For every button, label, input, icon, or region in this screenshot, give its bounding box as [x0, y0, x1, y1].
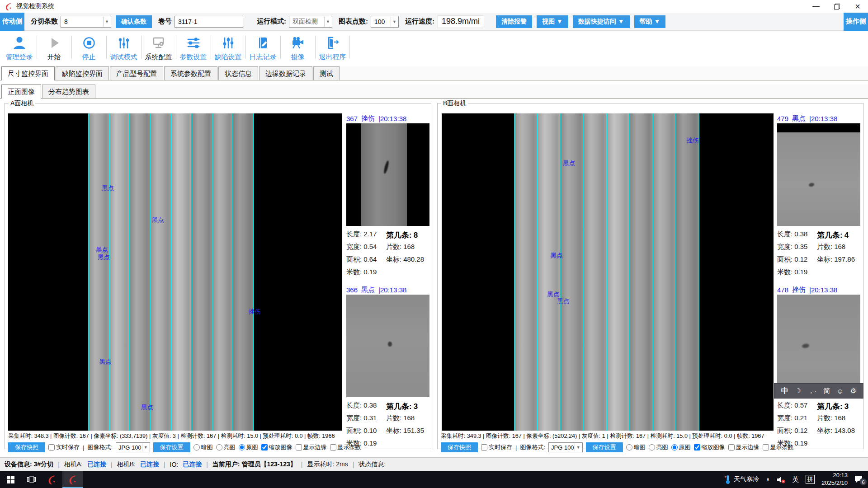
defect-time: |20:13:38: [378, 286, 406, 294]
weather-label: 天气寒冷: [734, 475, 759, 483]
save-snapshot-button[interactable]: 保存快照: [441, 442, 478, 452]
system-config-button[interactable]: 系统配置: [141, 31, 176, 64]
weather-widget[interactable]: 天气寒冷: [724, 474, 759, 484]
tab-status-info[interactable]: 状态信息: [218, 66, 258, 80]
bright-image-radio-input[interactable]: [216, 444, 222, 450]
defect-card[interactable]: 479 黑点 |20:13:38 长度:0.38 第几条:4 宽度:0.35 片…: [777, 113, 860, 278]
tray-expand-chevron[interactable]: ∧: [766, 476, 770, 483]
thumb-defect-mark: [808, 182, 815, 187]
save-settings-button[interactable]: 保存设置: [586, 442, 623, 452]
bright-image-radio-input[interactable]: [649, 444, 655, 450]
zoom-image-checkbox[interactable]: 缩放图像: [694, 443, 725, 451]
realtime-save-checkbox-input[interactable]: [481, 444, 487, 450]
subtab-front-image[interactable]: 正面图像: [1, 84, 41, 99]
notification-center-button[interactable]: 6: [854, 475, 863, 483]
image-format-label: 图像格式:: [520, 443, 545, 451]
original-image-radio-input[interactable]: [239, 444, 245, 450]
defect-settings-button[interactable]: 缺陷设置: [211, 31, 245, 64]
run-mode-select[interactable]: 双面检测 ▼: [289, 16, 332, 28]
tab-size-monitor[interactable]: 尺寸监控界面: [1, 66, 55, 80]
tab-edge-data-record[interactable]: 边缘数据记录: [259, 66, 312, 80]
defect-card[interactable]: 367 挫伤 |20:13:38 长度:2.17 第几条:8 宽度:0.54 片…: [346, 113, 429, 278]
speaker-muted-icon[interactable]: [777, 476, 785, 483]
ime-indicator[interactable]: 拼: [806, 475, 815, 484]
taskbar-clock[interactable]: 20:13 2025/2/10: [821, 472, 848, 487]
view-menu-button[interactable]: 视图 ▼: [537, 15, 568, 28]
clear-alarm-button[interactable]: 清除报警: [496, 15, 532, 28]
defect-card[interactable]: 478 挫伤 |20:13:38 长度:0.57 第几条:3 宽度:0.21 片…: [777, 285, 860, 450]
admin-login-button[interactable]: 管理登录: [2, 31, 37, 64]
ime-simplified-button[interactable]: 简: [823, 387, 830, 395]
play-icon: [46, 34, 63, 52]
subtab-trend-chart[interactable]: 分布趋势图表: [42, 84, 95, 98]
task-view-button[interactable]: [21, 471, 42, 488]
show-edge-checkbox-input[interactable]: [296, 444, 302, 450]
restore-button[interactable]: [826, 0, 847, 13]
taskbar-app-icon-active[interactable]: [62, 471, 83, 488]
log-record-button[interactable]: 日志记录: [245, 31, 280, 64]
stop-button[interactable]: 停止: [71, 31, 106, 64]
param-settings-button[interactable]: 参数设置: [176, 31, 211, 64]
stat-value: 480.28: [403, 255, 424, 263]
quick-data-menu-button[interactable]: 数据快捷访问 ▼: [573, 15, 630, 28]
save-snapshot-button[interactable]: 保存快照: [8, 442, 45, 452]
close-button[interactable]: ×: [847, 0, 868, 13]
tab-product-model-config[interactable]: 产品型号配置: [110, 66, 163, 80]
dark-image-radio[interactable]: 暗图: [626, 443, 646, 451]
camera-a-controls: 保存快照 实时保存 | 图像格式: JPG 100 ▼ 保存设置 暗图 亮图 原…: [8, 441, 344, 453]
original-image-radio[interactable]: 原图: [239, 443, 258, 451]
tab-defect-monitor[interactable]: 缺陷监控界面: [56, 66, 109, 80]
show-edge-checkbox-input[interactable]: [728, 444, 735, 450]
bright-image-radio[interactable]: 亮图: [216, 443, 236, 451]
roll-no-input[interactable]: [175, 16, 243, 28]
realtime-save-checkbox[interactable]: 实时保存: [481, 443, 512, 451]
realtime-save-checkbox[interactable]: 实时保存: [48, 443, 80, 451]
bright-image-radio[interactable]: 亮图: [649, 443, 668, 451]
show-strips-checkbox-input[interactable]: [330, 444, 336, 450]
tab-system-param-config[interactable]: 系统参数配置: [164, 66, 217, 80]
ime-shape-button[interactable]: ☽: [795, 387, 801, 395]
ime-settings-button[interactable]: ⚙: [850, 387, 856, 395]
operate-side-button[interactable]: 操作侧: [844, 13, 868, 31]
drive-side-button[interactable]: 传动侧: [0, 13, 24, 31]
confirm-count-button[interactable]: 确认条数: [116, 15, 152, 28]
dark-image-radio[interactable]: 暗图: [193, 443, 213, 451]
image-format-select[interactable]: JPG 100 ▼: [116, 442, 150, 452]
original-image-radio[interactable]: 原图: [671, 443, 691, 451]
exit-door-icon: [324, 34, 341, 52]
show-edge-checkbox[interactable]: 显示边缘: [296, 443, 327, 451]
language-indicator[interactable]: 英: [792, 475, 799, 484]
tab-test[interactable]: 测试: [313, 66, 340, 80]
taskbar-app-icon[interactable]: [42, 471, 62, 488]
show-strips-checkbox-input[interactable]: [763, 444, 769, 450]
ime-mode-button[interactable]: 中: [781, 386, 788, 396]
zoom-image-checkbox[interactable]: 缩放图像: [261, 443, 292, 451]
show-edge-checkbox[interactable]: 显示边缘: [728, 443, 760, 451]
dark-image-radio-input[interactable]: [626, 444, 632, 450]
start-button[interactable]: 开始: [37, 31, 71, 64]
stat-value: 0.19: [363, 268, 377, 276]
zoom-image-checkbox-input[interactable]: [694, 444, 700, 450]
defect-card[interactable]: 366 黑点 |20:13:38 长度:0.38 第几条:3 宽度:0.31 片…: [346, 285, 429, 450]
zoom-image-checkbox-input[interactable]: [261, 444, 268, 450]
help-menu-button[interactable]: 帮助 ▼: [634, 15, 666, 28]
realtime-save-checkbox-input[interactable]: [48, 444, 55, 450]
record-video-button[interactable]: 摄像: [280, 31, 315, 64]
run-mode-label: 运行模式:: [257, 17, 286, 26]
ime-emoji-button[interactable]: ☺: [837, 387, 844, 395]
stat-label: 面积:: [777, 427, 793, 435]
slit-count-select[interactable]: 8 ▼: [61, 16, 111, 28]
exit-program-button[interactable]: 退出程序: [315, 31, 350, 64]
debug-mode-button[interactable]: 调试模式: [106, 31, 141, 64]
minimize-button[interactable]: —: [806, 0, 826, 13]
start-menu-button[interactable]: [0, 471, 21, 488]
ime-punctuation-button[interactable]: ，·: [807, 387, 816, 395]
original-image-radio-input[interactable]: [671, 444, 678, 450]
dark-image-radio-input[interactable]: [193, 444, 200, 450]
camera-image-a: 黑点黑点黑点黑点挫伤黑点黑点: [8, 113, 342, 431]
run-speed-label: 运行速度:: [405, 17, 434, 26]
strip: [652, 113, 675, 431]
chart-points-select[interactable]: 100 ▼: [371, 16, 399, 28]
image-format-select[interactable]: JPG 100 ▼: [548, 442, 583, 452]
save-settings-button[interactable]: 保存设置: [153, 442, 190, 452]
